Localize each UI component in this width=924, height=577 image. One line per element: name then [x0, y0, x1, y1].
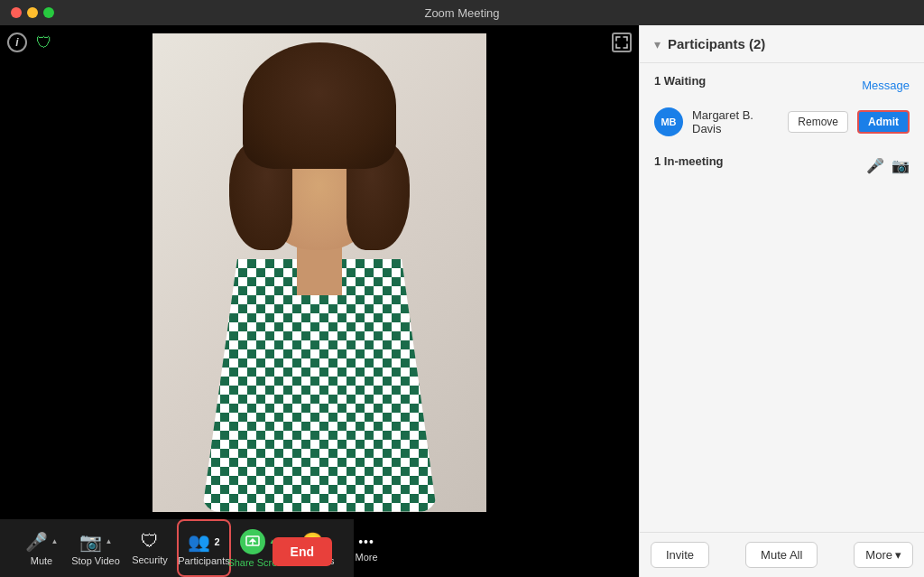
window-title: Zoom Meeting	[424, 6, 499, 20]
mute-all-button[interactable]: Mute All	[745, 542, 818, 568]
panel-more-label: More	[865, 548, 892, 562]
participants-button[interactable]: 👥 2 Participants	[177, 519, 231, 577]
in-meeting-section: 1 In-meeting 🎤 📷	[654, 151, 910, 181]
microphone-status-icon: 🎤	[866, 157, 884, 174]
microphone-icon: 🎤	[25, 531, 48, 553]
minimize-button[interactable]	[27, 7, 38, 18]
invite-button[interactable]: Invite	[651, 542, 709, 568]
stop-video-label: Stop Video	[71, 555, 120, 566]
stop-video-icon-area: 📷 ▲	[79, 531, 113, 553]
avatar-initials: MB	[661, 116, 676, 127]
end-button[interactable]: End	[273, 537, 332, 566]
mute-label: Mute	[31, 555, 52, 566]
shield-toolbar-icon: 🛡	[141, 531, 159, 552]
mute-button[interactable]: 🎤 ▲ Mute	[14, 519, 69, 577]
security-icon-area: 🛡	[141, 531, 159, 552]
main-video-area: i 🛡 🎤 ▲ Mute 📷 ▲ Stop Video	[0, 25, 639, 577]
participant-control-icons: 🎤 📷	[866, 157, 910, 174]
more-label: More	[355, 552, 377, 563]
window-controls[interactable]	[11, 7, 54, 18]
participants-panel: ▾ Participants (2) 1 Waiting Message MB …	[639, 25, 924, 577]
waiting-section-header: 1 Waiting Message	[654, 74, 910, 97]
waiting-label: 1 Waiting	[654, 74, 706, 88]
stop-video-button[interactable]: 📷 ▲ Stop Video	[69, 519, 123, 577]
info-icon[interactable]: i	[7, 33, 27, 52]
panel-header: ▾ Participants (2)	[640, 25, 924, 63]
fullscreen-icon[interactable]	[612, 33, 632, 52]
camera-status-icon: 📷	[892, 157, 910, 174]
share-screen-icon	[240, 529, 265, 554]
in-meeting-label: 1 In-meeting	[654, 154, 724, 168]
panel-bottom-bar: Invite Mute All More ▾	[640, 532, 924, 577]
more-icon-area: •••	[358, 535, 374, 549]
panel-more-chevron: ▾	[895, 548, 901, 562]
camera-icon: 📷	[79, 531, 102, 553]
admit-button[interactable]: Admit	[857, 110, 910, 134]
close-button[interactable]	[11, 7, 22, 18]
panel-collapse-icon[interactable]: ▾	[654, 37, 661, 51]
participants-badge: 2	[214, 536, 219, 547]
hair-top	[243, 42, 396, 169]
in-meeting-header: 1 In-meeting 🎤 📷	[654, 151, 910, 181]
message-link[interactable]: Message	[862, 79, 910, 92]
panel-content: 1 Waiting Message MB Margaret B. Davis R…	[640, 63, 924, 532]
waiting-participant-row: MB Margaret B. Davis Remove Admit	[654, 107, 910, 136]
share-screen-icon-area: ▲	[240, 529, 276, 554]
participants-icon: 👥	[188, 531, 210, 553]
avatar: MB	[654, 107, 683, 136]
shirt	[202, 259, 437, 512]
remove-button[interactable]: Remove	[788, 111, 848, 133]
more-icon: •••	[358, 535, 374, 549]
security-label: Security	[132, 554, 168, 565]
shield-icon: 🛡	[34, 33, 54, 52]
mute-icon-area: 🎤 ▲	[25, 531, 59, 553]
video-overlay-icons: i 🛡	[7, 33, 54, 52]
panel-more-button[interactable]: More ▾	[854, 542, 913, 568]
participant-name: Margaret B. Davis	[692, 108, 779, 135]
security-button[interactable]: 🛡 Security	[123, 519, 177, 577]
panel-title: Participants (2)	[668, 36, 765, 51]
video-feed	[152, 33, 486, 512]
titlebar: Zoom Meeting	[0, 0, 924, 25]
mute-caret[interactable]: ▲	[51, 537, 59, 545]
participants-label: Participants	[178, 555, 229, 566]
video-container: i 🛡	[0, 25, 639, 519]
more-button[interactable]: ••• More	[339, 519, 393, 577]
video-caret[interactable]: ▲	[106, 537, 113, 545]
participants-icon-area: 👥 2	[188, 531, 219, 553]
maximize-button[interactable]	[43, 7, 54, 18]
